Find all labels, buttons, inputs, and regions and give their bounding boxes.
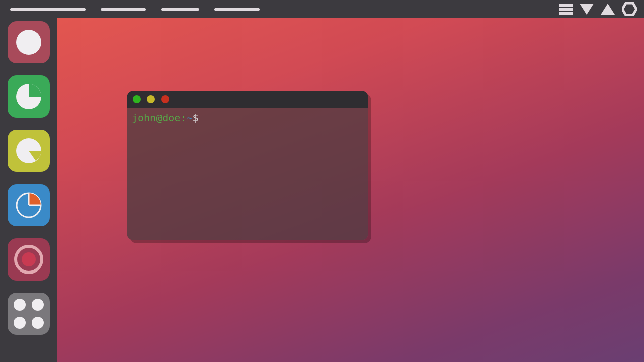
menu-item-placeholder[interactable] [214, 8, 260, 11]
record-icon [13, 243, 45, 276]
window-minimize-button[interactable] [147, 95, 155, 103]
pacman-icon [16, 138, 41, 163]
svg-point-7 [22, 252, 36, 266]
pie-chart-icon [15, 192, 42, 219]
triangle-up-icon[interactable] [601, 4, 615, 15]
launcher-app-4[interactable] [8, 184, 50, 226]
menu-icon[interactable] [559, 4, 573, 15]
menu-item-placeholder[interactable] [101, 8, 146, 11]
terminal-window[interactable]: john@doe:~$ [127, 90, 368, 240]
launcher-app-1[interactable] [8, 21, 50, 63]
launcher-app-grid[interactable] [8, 293, 50, 335]
launcher-app-5[interactable] [8, 238, 50, 281]
prompt-symbol: $ [192, 112, 198, 124]
window-close-button[interactable] [133, 95, 141, 103]
launcher-app-3[interactable] [8, 130, 50, 172]
circle-icon [16, 30, 41, 55]
terminal-titlebar[interactable] [127, 90, 368, 108]
window-maximize-button[interactable] [161, 95, 169, 103]
system-indicators [559, 2, 639, 16]
pie-icon [16, 84, 41, 109]
svg-marker-0 [622, 3, 636, 15]
grid-icon [14, 299, 44, 329]
launcher-dock [0, 18, 57, 362]
launcher-app-2[interactable] [8, 75, 50, 118]
terminal-body[interactable]: john@doe:~$ [127, 108, 368, 128]
settings-hexagon-icon[interactable] [622, 2, 637, 16]
triangle-down-icon[interactable] [580, 4, 594, 15]
menu-item-placeholder[interactable] [161, 8, 199, 11]
top-panel [0, 0, 644, 18]
menu-item-placeholder[interactable] [10, 8, 86, 11]
prompt-userhost: john@doe: [132, 112, 186, 124]
prompt-path: ~ [186, 112, 192, 124]
